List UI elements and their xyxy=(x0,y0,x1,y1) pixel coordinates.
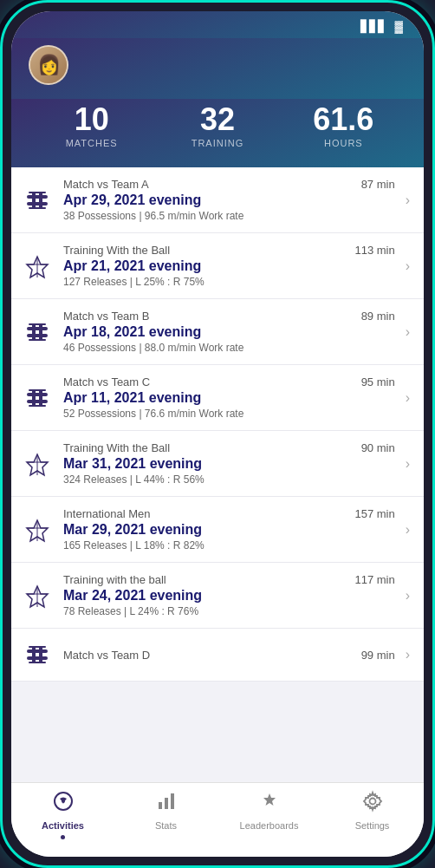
activity-duration: 99 min xyxy=(361,649,395,662)
svg-rect-16 xyxy=(27,400,48,403)
chevron-right-icon: › xyxy=(406,522,410,538)
svg-point-41 xyxy=(369,799,375,805)
activity-item[interactable]: Match vs Team A 87 min Apr 29, 2021 even… xyxy=(11,167,424,233)
svg-rect-17 xyxy=(32,389,36,407)
activity-content: Training with the ball 117 min Mar 24, 2… xyxy=(63,573,395,617)
activity-detail: 38 Possessions | 96.5 m/min Work rate xyxy=(63,210,395,222)
svg-rect-1 xyxy=(27,202,48,206)
settings-nav-icon xyxy=(361,790,384,818)
svg-rect-9 xyxy=(27,327,48,330)
activity-date: Mar 24, 2021 evening xyxy=(63,588,395,604)
svg-rect-3 xyxy=(39,192,42,209)
training-label: TRAINING xyxy=(154,138,280,148)
activity-duration: 95 min xyxy=(361,375,395,388)
avatar-image: 👩 xyxy=(30,47,67,83)
activity-type-label: Training with the ball xyxy=(63,573,166,586)
hours-stat: 61.6 HOURS xyxy=(281,104,406,148)
svg-rect-15 xyxy=(27,393,48,396)
chevron-right-icon: › xyxy=(406,193,410,208)
activity-header-row: International Men 157 min xyxy=(63,507,395,520)
activity-content: Training With the Ball 90 min Mar 31, 20… xyxy=(63,441,395,486)
activity-type-icon xyxy=(22,251,53,282)
activity-type-icon xyxy=(22,448,53,480)
training-value: 32 xyxy=(154,104,280,135)
activity-item[interactable]: Training With the Ball 90 min Mar 31, 20… xyxy=(11,431,424,497)
svg-rect-13 xyxy=(29,323,46,325)
activity-item[interactable]: Training With the Ball 113 min Apr 21, 2… xyxy=(11,233,424,299)
svg-rect-11 xyxy=(32,323,36,341)
chevron-right-icon: › xyxy=(406,324,410,340)
svg-rect-4 xyxy=(29,192,46,193)
svg-rect-19 xyxy=(29,389,46,391)
activity-header-row: Training With the Ball 113 min xyxy=(63,244,395,257)
activity-item[interactable]: Match vs Team D 99 min › xyxy=(11,629,424,682)
svg-rect-40 xyxy=(171,793,174,809)
chevron-right-icon: › xyxy=(406,258,410,274)
nav-settings[interactable]: Settings xyxy=(321,790,424,839)
nav-settings-label: Settings xyxy=(355,820,390,831)
activity-type-icon xyxy=(22,514,53,545)
activity-date: Apr 18, 2021 evening xyxy=(63,324,395,340)
svg-rect-2 xyxy=(32,192,36,209)
matches-label: MATCHES xyxy=(29,138,154,148)
nav-active-indicator xyxy=(61,835,65,839)
activity-header-row: Match vs Team D 99 min xyxy=(63,649,395,662)
activity-duration: 117 min xyxy=(354,573,394,586)
activity-type-label: Match vs Team D xyxy=(63,649,150,662)
training-stat: 32 TRAINING xyxy=(154,104,280,148)
activity-item[interactable]: Training with the ball 117 min Mar 24, 2… xyxy=(11,563,424,629)
svg-rect-14 xyxy=(29,339,46,341)
avatar: 👩 xyxy=(29,45,68,85)
nav-activities[interactable]: Activities xyxy=(11,790,114,839)
activity-detail: 46 Possessions | 88.0 m/min Work rate xyxy=(63,342,395,354)
activity-duration: 113 min xyxy=(354,244,394,257)
activity-item[interactable]: Match vs Team B 89 min Apr 18, 2021 even… xyxy=(11,299,424,365)
chevron-right-icon: › xyxy=(406,390,410,406)
chevron-right-icon: › xyxy=(406,456,410,472)
phone-frame: ▋▋▋ ▓ 👩 10 MATCHES 32 TRAINING 61.6 xyxy=(0,0,435,868)
activity-type-label: International Men xyxy=(63,507,150,520)
activity-item[interactable]: Match vs Team C 95 min Apr 11, 2021 even… xyxy=(11,365,424,431)
svg-rect-10 xyxy=(27,334,48,337)
chevron-right-icon: › xyxy=(406,647,410,662)
activity-detail: 127 Releases | L 25% : R 75% xyxy=(63,276,395,288)
nav-stats[interactable]: Stats xyxy=(114,790,218,839)
activity-type-label: Training With the Ball xyxy=(63,244,170,257)
nav-activities-label: Activities xyxy=(42,820,84,831)
nav-leaderboards[interactable]: Leaderboards xyxy=(218,790,321,839)
svg-rect-0 xyxy=(27,195,48,199)
activity-item[interactable]: International Men 157 min Mar 29, 2021 e… xyxy=(11,497,424,563)
activity-header-row: Match vs Team A 87 min xyxy=(63,178,395,191)
user-header: 👩 xyxy=(11,38,424,99)
activity-header-row: Training With the Ball 90 min xyxy=(63,441,395,454)
activity-detail: 324 Releases | L 44% : R 56% xyxy=(63,473,395,486)
activity-duration: 90 min xyxy=(361,441,395,454)
activity-header-row: Match vs Team C 95 min xyxy=(63,375,395,388)
svg-rect-32 xyxy=(32,646,36,663)
activity-date: Apr 21, 2021 evening xyxy=(63,258,395,274)
activity-list: Match vs Team A 87 min Apr 29, 2021 even… xyxy=(11,167,424,782)
bottom-nav: Activities Stats xyxy=(11,782,424,857)
activity-content: Match vs Team C 95 min Apr 11, 2021 even… xyxy=(63,375,395,420)
phone-screen: ▋▋▋ ▓ 👩 10 MATCHES 32 TRAINING 61.6 xyxy=(11,11,424,857)
activity-type-icon xyxy=(22,580,53,611)
activity-type-label: Match vs Team B xyxy=(63,310,149,323)
svg-rect-30 xyxy=(27,649,48,653)
activity-content: Match vs Team A 87 min Apr 29, 2021 even… xyxy=(63,178,395,222)
chevron-right-icon: › xyxy=(406,588,410,604)
stats-nav-icon xyxy=(155,790,178,818)
activity-date: Apr 29, 2021 evening xyxy=(63,193,395,208)
status-bar: ▋▋▋ ▓ xyxy=(11,11,424,38)
activity-type-label: Match vs Team A xyxy=(63,178,149,191)
activity-type-icon xyxy=(22,639,53,670)
activity-detail: 52 Possessions | 76.6 m/min Work rate xyxy=(63,408,395,420)
svg-rect-34 xyxy=(29,646,46,648)
nav-leaderboards-label: Leaderboards xyxy=(240,820,299,831)
activity-date: Apr 11, 2021 evening xyxy=(63,390,395,406)
svg-rect-39 xyxy=(165,798,168,809)
activity-content: International Men 157 min Mar 29, 2021 e… xyxy=(63,507,395,551)
activity-type-label: Match vs Team C xyxy=(63,375,150,388)
activity-type-label: Training With the Ball xyxy=(63,441,170,454)
svg-rect-18 xyxy=(39,389,42,407)
activity-detail: 78 Releases | L 24% : R 76% xyxy=(63,605,395,617)
